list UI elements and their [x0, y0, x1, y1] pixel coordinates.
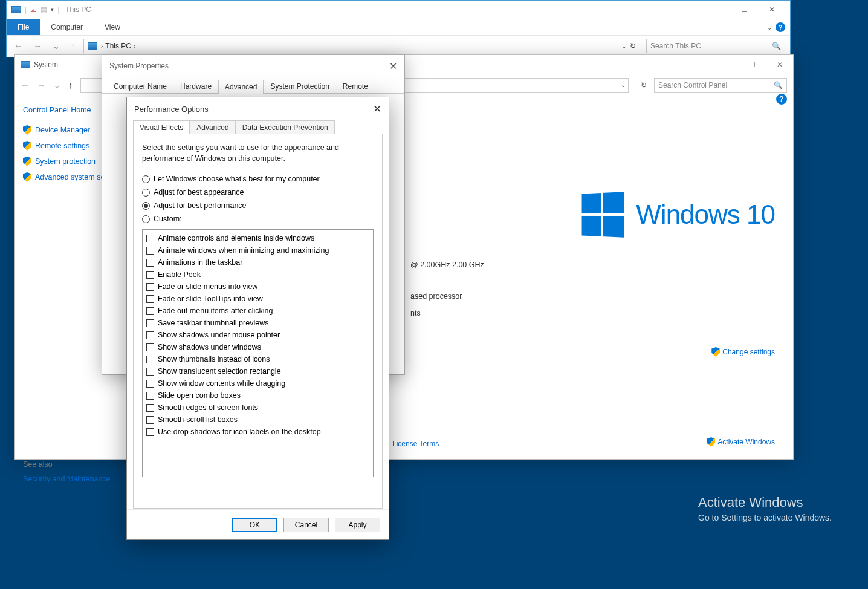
tab-visual-effects[interactable]: Visual Effects [133, 120, 190, 134]
explorer-window: | ☑ ▤ ▾ | This PC — ☐ ✕ File Computer Vi… [6, 0, 791, 57]
checkbox-option[interactable]: Show translucent selection rectangle [146, 365, 369, 377]
change-settings-label: Change settings [722, 348, 775, 356]
close-button[interactable]: ✕ [373, 103, 381, 116]
checkbox-option[interactable]: Use drop shadows for icon labels on the … [146, 426, 369, 438]
checkbox-label: Show shadows under mouse pointer [158, 329, 280, 341]
back-button[interactable]: ← [11, 40, 25, 52]
up-button[interactable]: ↑ [68, 80, 73, 90]
tab-advanced[interactable]: Advanced [218, 80, 264, 94]
radio-option[interactable]: Custom: [142, 215, 374, 223]
maximize-button[interactable]: ☐ [731, 1, 758, 18]
apply-button[interactable]: Apply [335, 518, 380, 532]
chevron-right-icon: › [101, 43, 103, 50]
shield-icon [711, 347, 720, 357]
ribbon-view-tab[interactable]: View [94, 19, 131, 35]
tab-dep[interactable]: Data Execution Prevention [236, 120, 335, 134]
checkbox-label: Use drop shadows for icon labels on the … [158, 426, 321, 438]
close-button[interactable]: ✕ [766, 56, 793, 74]
minimize-button[interactable]: — [711, 56, 739, 74]
back-button[interactable]: ← [21, 80, 30, 90]
radio-label: Adjust for best performance [154, 201, 247, 210]
visual-effects-checklist[interactable]: Animate controls and elements inside win… [142, 229, 374, 477]
change-settings-link[interactable]: Change settings [711, 347, 775, 357]
checkbox-option[interactable]: Show shadows under windows [146, 341, 369, 353]
checkbox-option[interactable]: Fade or slide ToolTips into view [146, 293, 369, 305]
activate-windows-label: Activate Windows [717, 438, 775, 446]
activate-windows-link[interactable]: Activate Windows [707, 437, 775, 447]
sidebar-item-label: Device Manager [35, 126, 90, 134]
checkbox-icon [146, 271, 154, 279]
perfopt-titlebar: Performance Options ✕ [127, 97, 389, 120]
controlpanel-search-input[interactable]: Search Control Panel 🔍 [654, 78, 787, 93]
checkbox-label: Show shadows under windows [158, 341, 261, 353]
address-bar[interactable]: › This PC › ⌄ ↻ [83, 39, 640, 53]
qat-doc-icon[interactable]: ▤ [40, 5, 47, 14]
checkbox-icon [146, 283, 154, 291]
checkbox-icon [146, 343, 154, 351]
tab-advanced[interactable]: Advanced [190, 120, 235, 134]
checkbox-option[interactable]: Fade or slide menus into view [146, 281, 369, 293]
qat-check-icon[interactable]: ☑ [30, 5, 37, 14]
tab-computer-name[interactable]: Computer Name [107, 79, 173, 93]
checkbox-option[interactable]: Show window contents while dragging [146, 377, 369, 389]
checkbox-icon [146, 331, 154, 339]
checkbox-option[interactable]: Smooth-scroll list boxes [146, 414, 369, 426]
security-maintenance-link[interactable]: Security and Maintenance [23, 475, 124, 483]
search-placeholder: Search Control Panel [658, 81, 727, 89]
search-placeholder: Search This PC [650, 42, 701, 50]
checkbox-option[interactable]: Smooth edges of screen fonts [146, 402, 369, 414]
history-dropdown[interactable]: ⌄ [53, 80, 61, 91]
checkbox-option[interactable]: Save taskbar thumbnail previews [146, 317, 369, 329]
radio-icon [142, 175, 150, 183]
perfopt-footer: OK Cancel Apply [127, 509, 389, 539]
explorer-search-input[interactable]: Search This PC 🔍 [646, 39, 785, 53]
checkbox-label: Show window contents while dragging [158, 377, 285, 389]
refresh-button[interactable]: ↻ [630, 42, 636, 50]
checkbox-option[interactable]: Enable Peek [146, 268, 369, 281]
checkbox-option[interactable]: Animations in the taskbar [146, 256, 369, 268]
radio-option[interactable]: Adjust for best performance [142, 201, 374, 210]
tab-remote[interactable]: Remote [336, 79, 375, 93]
checkbox-option[interactable]: Animate windows when minimizing and maxi… [146, 244, 369, 256]
radio-icon [142, 189, 150, 197]
windows-tiles-icon [582, 192, 624, 237]
history-dropdown[interactable]: ⌄ [50, 40, 62, 52]
checkbox-option[interactable]: Fade out menu items after clicking [146, 305, 369, 317]
qat-dropdown-icon[interactable]: ▾ [51, 7, 54, 13]
maximize-button[interactable]: ☐ [739, 56, 766, 74]
chevron-right-icon[interactable]: › [134, 43, 135, 50]
close-button[interactable]: ✕ [758, 1, 785, 18]
checkbox-option[interactable]: Animate controls and elements inside win… [146, 232, 369, 244]
radio-option[interactable]: Adjust for best appearance [142, 188, 374, 197]
tab-hardware[interactable]: Hardware [173, 79, 218, 93]
forward-button[interactable]: → [37, 80, 46, 90]
help-icon[interactable]: ? [776, 22, 785, 32]
close-button[interactable]: ✕ [389, 60, 397, 72]
refresh-button[interactable]: ↻ [641, 81, 647, 89]
windows10-logo: Windows 10 [580, 193, 775, 236]
addr-dropdown-icon[interactable]: ⌄ [621, 43, 626, 50]
checkbox-option[interactable]: Show thumbnails instead of icons [146, 353, 369, 365]
addr-dropdown-icon[interactable]: ⌄ [621, 82, 626, 88]
breadcrumb-thispc[interactable]: This PC [105, 42, 131, 50]
forward-button[interactable]: → [31, 40, 44, 52]
ribbon-computer-tab[interactable]: Computer [40, 19, 94, 35]
minimize-button[interactable]: — [704, 1, 731, 18]
cancel-button[interactable]: Cancel [283, 518, 329, 532]
sysprop-titlebar: System Properties ✕ [102, 55, 404, 77]
checkbox-icon [146, 235, 154, 242]
ok-button[interactable]: OK [232, 518, 277, 532]
checkbox-option[interactable]: Show shadows under mouse pointer [146, 329, 369, 341]
addr-pc-icon [88, 42, 97, 50]
ribbon-expand-icon[interactable]: ⌄ [767, 24, 772, 31]
radio-label: Custom: [154, 215, 182, 223]
ribbon-file-tab[interactable]: File [7, 19, 40, 35]
checkbox-option[interactable]: Slide open combo boxes [146, 389, 369, 402]
license-terms-link[interactable]: License Terms [392, 440, 439, 448]
up-button[interactable]: ↑ [68, 40, 77, 52]
radio-option[interactable]: Let Windows choose what's best for my co… [142, 175, 374, 183]
checkbox-icon [146, 428, 154, 436]
tab-system-protection[interactable]: System Protection [264, 79, 335, 93]
shield-icon [23, 172, 31, 182]
windows10-text: Windows 10 [636, 200, 775, 230]
